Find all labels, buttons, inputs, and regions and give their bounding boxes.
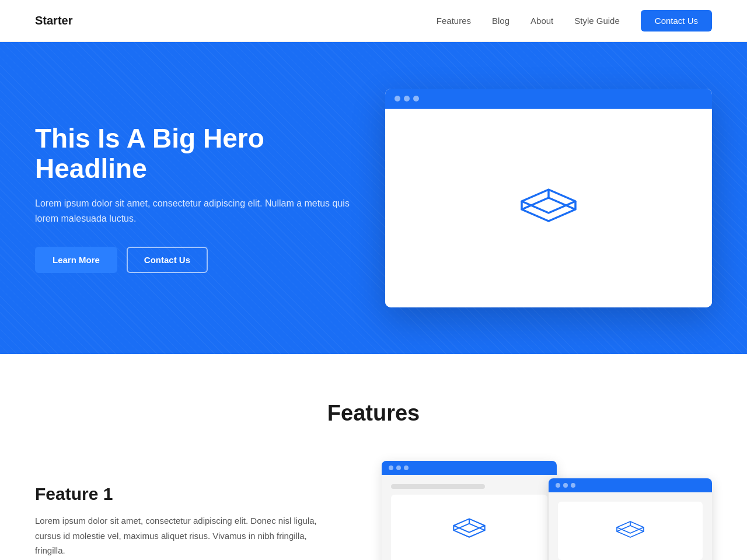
fb1-dot-1 (389, 466, 393, 470)
fb1-dot-3 (404, 466, 409, 470)
nav-link-about[interactable]: About (530, 16, 553, 26)
feature-1-mockups (382, 461, 712, 560)
stack-logo-icon (514, 179, 584, 237)
contact-us-button[interactable]: Contact Us (127, 247, 208, 273)
svg-marker-0 (522, 198, 575, 221)
brand-logo: Starter (35, 14, 72, 27)
feature-1-description: Lorem ipsum dolor sit amet, consectetur … (35, 513, 335, 558)
hero-subtext: Lorem ipsum dolor sit amet, consectetur … (35, 196, 362, 226)
fb1-stack-icon (449, 513, 490, 547)
svg-marker-10 (617, 526, 644, 537)
fb2-stack-icon (613, 516, 648, 545)
browser-title-bar (385, 89, 712, 109)
feature-1-row: Feature 1 Lorem ipsum dolor sit amet, co… (35, 461, 712, 560)
nav-link-features[interactable]: Features (437, 16, 471, 26)
fb1-dot-2 (396, 466, 401, 470)
feature-browser-1-body (382, 475, 557, 560)
features-section-title: Features (35, 401, 712, 426)
nav-link-style-guide[interactable]: Style Guide (574, 16, 620, 26)
nav-link-blog[interactable]: Blog (492, 16, 509, 26)
feature-1-text: Feature 1 Lorem ipsum dolor sit amet, co… (35, 461, 335, 560)
fb1-placeholder-line (391, 484, 485, 489)
learn-more-button[interactable]: Learn More (35, 247, 117, 273)
feature-browser-2-body (549, 492, 712, 560)
nav-links: Features Blog About Style Guide Contact … (437, 10, 712, 32)
fb1-card (391, 495, 547, 560)
browser-dot-1 (395, 96, 400, 102)
feature-browser-1 (382, 461, 557, 560)
hero-content: This Is A Big Hero Headline Lorem ipsum … (35, 123, 362, 274)
hero-section: This Is A Big Hero Headline Lorem ipsum … (0, 42, 747, 354)
feature-browser-2-bar (549, 478, 712, 492)
svg-marker-5 (454, 524, 485, 537)
hero-headline: This Is A Big Hero Headline (35, 123, 362, 185)
browser-dot-2 (404, 96, 410, 102)
fb2-dot-3 (571, 483, 575, 488)
hero-buttons: Learn More Contact Us (35, 247, 362, 273)
navbar: Starter Features Blog About Style Guide … (0, 0, 747, 42)
fb2-card (558, 502, 703, 560)
browser-body (385, 109, 712, 307)
hero-browser-mockup (385, 89, 712, 307)
feature-1-heading: Feature 1 (35, 484, 335, 504)
feature-browser-1-bar (382, 461, 557, 475)
nav-contact-us-button[interactable]: Contact Us (641, 10, 712, 32)
fb2-dot-2 (563, 483, 568, 488)
fb2-dot-1 (556, 483, 560, 488)
feature-browser-2 (549, 478, 712, 560)
features-section: Features Feature 1 Lorem ipsum dolor sit… (0, 354, 747, 560)
browser-dot-3 (413, 96, 419, 102)
